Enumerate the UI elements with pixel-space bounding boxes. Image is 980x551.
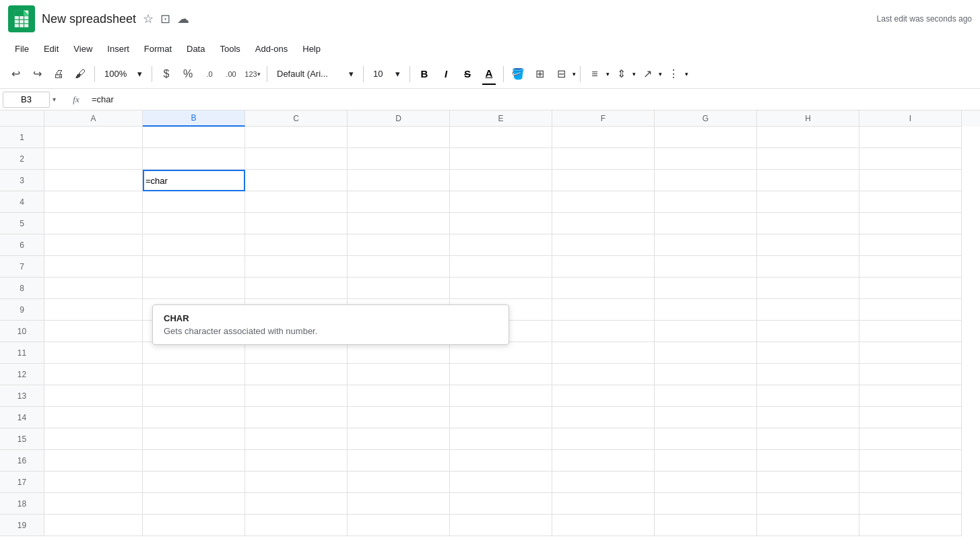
cell-d7[interactable] xyxy=(348,256,450,278)
cell-d14[interactable] xyxy=(348,407,450,428)
cell-h17[interactable] xyxy=(757,472,859,493)
folder-icon[interactable]: ⊡ xyxy=(160,11,170,26)
cell-e13[interactable] xyxy=(450,385,552,407)
cell-f15[interactable] xyxy=(552,428,655,450)
cell-g11[interactable] xyxy=(655,342,757,364)
cell-c15[interactable] xyxy=(245,428,348,450)
cell-h15[interactable] xyxy=(757,428,859,450)
cell-b17[interactable] xyxy=(143,472,245,493)
cell-c19[interactable] xyxy=(245,515,348,536)
cell-e19[interactable] xyxy=(450,515,552,536)
zoom-dropdown[interactable]: 100% ▾ xyxy=(99,64,148,84)
cell-b2[interactable] xyxy=(143,148,245,170)
cell-a2[interactable] xyxy=(44,148,143,170)
merge-chevron[interactable]: ▾ xyxy=(573,71,576,77)
cell-f2[interactable] xyxy=(552,148,655,170)
cell-e4[interactable] xyxy=(450,191,552,213)
cell-i18[interactable] xyxy=(859,493,962,515)
cell-g9[interactable] xyxy=(655,299,757,321)
cell-c6[interactable] xyxy=(245,234,348,256)
cell-f17[interactable] xyxy=(552,472,655,493)
cell-h16[interactable] xyxy=(757,450,859,472)
cell-a17[interactable] xyxy=(44,472,143,493)
cell-i12[interactable] xyxy=(859,364,962,385)
cell-d2[interactable] xyxy=(348,148,450,170)
underline-button[interactable]: A xyxy=(479,63,499,84)
cell-f18[interactable] xyxy=(552,493,655,515)
cell-d5[interactable] xyxy=(348,213,450,234)
cell-a19[interactable] xyxy=(44,515,143,536)
cell-f1[interactable] xyxy=(552,127,655,148)
cell-b4[interactable] xyxy=(143,191,245,213)
autocomplete-dropdown[interactable]: CHAR Gets character associated with numb… xyxy=(152,304,509,345)
strikethrough-button[interactable]: S xyxy=(457,64,478,84)
menu-edit[interactable]: Edit xyxy=(37,41,65,57)
cell-c17[interactable] xyxy=(245,472,348,493)
cell-h4[interactable] xyxy=(757,191,859,213)
row-num-4[interactable]: 4 xyxy=(0,191,44,213)
cell-b7[interactable] xyxy=(143,256,245,278)
cell-a11[interactable] xyxy=(44,342,143,364)
menu-file[interactable]: File xyxy=(8,41,36,57)
cell-h11[interactable] xyxy=(757,342,859,364)
cell-a10[interactable] xyxy=(44,321,143,342)
cell-a9[interactable] xyxy=(44,299,143,321)
col-header-d[interactable]: D xyxy=(348,110,450,127)
row-num-6[interactable]: 6 xyxy=(0,234,44,256)
cell-i10[interactable] xyxy=(859,321,962,342)
menu-tools[interactable]: Tools xyxy=(213,41,247,57)
autocomplete-item[interactable]: CHAR Gets character associated with numb… xyxy=(153,305,509,344)
cell-d3[interactable] xyxy=(348,170,450,191)
text-rotate-button[interactable]: ↗ xyxy=(637,64,657,84)
cell-a13[interactable] xyxy=(44,385,143,407)
col-header-i[interactable]: I xyxy=(859,110,962,127)
menu-insert[interactable]: Insert xyxy=(100,41,136,57)
cell-b12[interactable] xyxy=(143,364,245,385)
redo-button[interactable]: ↪ xyxy=(27,64,47,84)
cell-d16[interactable] xyxy=(348,450,450,472)
cell-a18[interactable] xyxy=(44,493,143,515)
row-num-8[interactable]: 8 xyxy=(0,278,44,299)
cell-f11[interactable] xyxy=(552,342,655,364)
cell-e8[interactable] xyxy=(450,278,552,299)
cell-c7[interactable] xyxy=(245,256,348,278)
cell-e2[interactable] xyxy=(450,148,552,170)
cell-f7[interactable] xyxy=(552,256,655,278)
cell-e14[interactable] xyxy=(450,407,552,428)
cell-f14[interactable] xyxy=(552,407,655,428)
cell-g15[interactable] xyxy=(655,428,757,450)
more-button[interactable]: ⋮ xyxy=(663,64,684,84)
h-align-chevron[interactable]: ▾ xyxy=(606,71,610,77)
row-num-19[interactable]: 19 xyxy=(0,515,44,536)
cell-e1[interactable] xyxy=(450,127,552,148)
cell-f9[interactable] xyxy=(552,299,655,321)
decimal-decrease-button[interactable]: .0 xyxy=(199,64,220,84)
decimal-increase-button[interactable]: .00 xyxy=(221,64,241,84)
cell-g3[interactable] xyxy=(655,170,757,191)
cell-a6[interactable] xyxy=(44,234,143,256)
row-num-7[interactable]: 7 xyxy=(0,256,44,278)
cell-h9[interactable] xyxy=(757,299,859,321)
cell-e16[interactable] xyxy=(450,450,552,472)
cell-b13[interactable] xyxy=(143,385,245,407)
cell-e18[interactable] xyxy=(450,493,552,515)
cell-c3[interactable] xyxy=(245,170,348,191)
cell-g13[interactable] xyxy=(655,385,757,407)
fill-color-button[interactable]: 🪣 xyxy=(508,64,528,84)
cell-h5[interactable] xyxy=(757,213,859,234)
menu-help[interactable]: Help xyxy=(296,41,327,57)
spreadsheet-title[interactable]: New spreadsheet xyxy=(42,12,136,26)
cell-i17[interactable] xyxy=(859,472,962,493)
percent-button[interactable]: % xyxy=(178,64,198,84)
cell-g8[interactable] xyxy=(655,278,757,299)
col-header-g[interactable]: G xyxy=(655,110,757,127)
cell-e5[interactable] xyxy=(450,213,552,234)
cell-g2[interactable] xyxy=(655,148,757,170)
cell-h3[interactable] xyxy=(757,170,859,191)
cell-i5[interactable] xyxy=(859,213,962,234)
cell-e17[interactable] xyxy=(450,472,552,493)
cell-d6[interactable] xyxy=(348,234,450,256)
cell-e7[interactable] xyxy=(450,256,552,278)
cell-reference-input[interactable]: B3 xyxy=(3,92,50,108)
cell-c13[interactable] xyxy=(245,385,348,407)
